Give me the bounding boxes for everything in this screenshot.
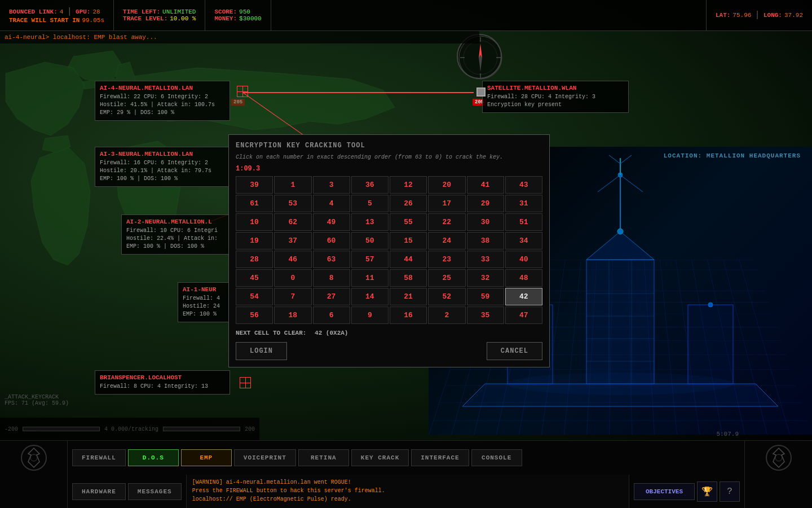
grid-cell[interactable]: 9 <box>351 306 389 324</box>
grid-cell[interactable]: 45 <box>236 269 273 287</box>
grid-cell[interactable]: 20 <box>428 176 465 194</box>
crosshair-ai4[interactable] <box>237 86 248 97</box>
grid-cell[interactable]: 58 <box>390 269 427 287</box>
grid-cell[interactable]: 37 <box>274 232 311 249</box>
status-area: -200 4 0.000/tracking 200 <box>0 418 259 440</box>
grid-cell[interactable]: 61 <box>236 195 273 212</box>
grid-cell[interactable]: 12 <box>390 176 427 194</box>
grid-cell[interactable]: 2 <box>428 306 465 324</box>
retina-button[interactable]: RETINA <box>298 449 349 466</box>
grid-cell[interactable]: 16 <box>390 306 427 324</box>
cancel-button[interactable]: CANCEL <box>487 342 542 360</box>
grid-cell[interactable]: 28 <box>236 251 273 268</box>
grid-cell[interactable]: 8 <box>313 269 350 287</box>
grid-cell[interactable]: 43 <box>505 176 542 194</box>
grid-cell[interactable]: 54 <box>236 288 273 305</box>
dos-button[interactable]: D.O.S <box>128 449 179 466</box>
grid-cell[interactable]: 59 <box>467 288 504 305</box>
grid-cell[interactable]: 35 <box>467 306 504 324</box>
grid-cell[interactable]: 26 <box>390 195 427 212</box>
svg-point-29 <box>508 373 733 395</box>
grid-cell[interactable]: 44 <box>390 251 427 268</box>
trace-start-value: 99.05s <box>82 17 104 24</box>
grid-cell[interactable]: 24 <box>428 232 465 249</box>
grid-cell[interactable]: 33 <box>467 251 504 268</box>
console-button[interactable]: CONSOLE <box>471 449 522 466</box>
grid-cell[interactable]: 1 <box>274 176 311 194</box>
logo-left <box>0 441 68 475</box>
interface-button[interactable]: INTERFACE <box>411 449 469 466</box>
grid-cell[interactable]: 56 <box>236 306 273 324</box>
grid-cell[interactable]: 39 <box>236 176 273 194</box>
trace-level-value: 10.00 % <box>170 15 196 22</box>
grid-cell[interactable]: 0 <box>274 269 311 287</box>
grid-cell[interactable]: 48 <box>505 269 542 287</box>
grid-cell[interactable]: 31 <box>505 195 542 212</box>
grid-cell[interactable]: 53 <box>274 195 311 212</box>
grid-cell[interactable]: 19 <box>236 232 273 249</box>
grid-cell[interactable]: 30 <box>467 213 504 231</box>
grid-cell[interactable]: 15 <box>390 232 427 249</box>
grid-cell[interactable]: 25 <box>428 269 465 287</box>
ai3-line2: Hostile: 20.1% | Attack in: 79.7s <box>100 167 225 175</box>
crosshair-localhost[interactable] <box>240 377 251 388</box>
key-crack-button[interactable]: KEY CRACK <box>351 449 409 466</box>
grid-cell[interactable]: 10 <box>236 213 273 231</box>
messages-button[interactable]: MESSAGES <box>128 483 182 500</box>
grid-cell[interactable]: 32 <box>467 269 504 287</box>
range-left: -200 <box>5 426 18 432</box>
grid-cell[interactable]: 6 <box>313 306 350 324</box>
tracking-bar-2 <box>163 427 240 431</box>
message-bar: ai-4-neural> localhost: EMP blast away..… <box>0 31 479 43</box>
grid-cell[interactable]: 14 <box>351 288 389 305</box>
grid-cell[interactable]: 18 <box>274 306 311 324</box>
grid-cell[interactable]: 62 <box>274 213 311 231</box>
grid-cell[interactable]: 27 <box>313 288 350 305</box>
grid-cell[interactable]: 23 <box>428 251 465 268</box>
grid-cell[interactable]: 60 <box>313 232 350 249</box>
score-value: 950 <box>239 8 250 15</box>
grid-cell[interactable]: 38 <box>467 232 504 249</box>
grid-cell[interactable]: 40 <box>505 251 542 268</box>
grid-cell[interactable]: 36 <box>351 176 389 194</box>
grid-cell[interactable]: 17 <box>428 195 465 212</box>
grid-cell[interactable]: 42 <box>505 288 542 305</box>
hardware-button[interactable]: HARDWARE <box>72 483 126 500</box>
login-button[interactable]: LOGIN <box>236 342 287 360</box>
voiceprint-button[interactable]: VOICEPRINT <box>234 449 296 466</box>
grid-cell[interactable]: 47 <box>505 306 542 324</box>
trophy-icon[interactable]: 🏆 <box>697 481 717 502</box>
grid-cell[interactable]: 57 <box>351 251 389 268</box>
grid-cell[interactable]: 5 <box>351 195 389 212</box>
grid-cell[interactable]: 52 <box>428 288 465 305</box>
dialog-buttons: LOGIN CANCEL <box>236 342 542 360</box>
money-label: Money: <box>214 15 237 22</box>
satellite-icon[interactable] <box>476 87 486 97</box>
grid-cell[interactable]: 55 <box>390 213 427 231</box>
grid-cell[interactable]: 51 <box>505 213 542 231</box>
long-value: 37.92 <box>784 12 803 19</box>
grid-cell[interactable]: 13 <box>351 213 389 231</box>
grid-cell[interactable]: 11 <box>351 269 389 287</box>
firewall-button[interactable]: FIREWALL <box>72 449 126 466</box>
grid-cell[interactable]: 41 <box>467 176 504 194</box>
svg-line-15 <box>620 175 643 192</box>
grid-cell[interactable]: 50 <box>351 232 389 249</box>
warning-line2: Press the FIREWALL button to hack this s… <box>192 487 623 495</box>
grid-cell[interactable]: 4 <box>313 195 350 212</box>
grid-cell[interactable]: 29 <box>467 195 504 212</box>
grid-cell[interactable]: 49 <box>313 213 350 231</box>
localhost-title: BRIANSPENCER.LOCALHOST <box>100 374 225 381</box>
grid-cell[interactable]: 46 <box>274 251 311 268</box>
grid-cell[interactable]: 21 <box>390 288 427 305</box>
help-icon[interactable]: ? <box>720 481 740 502</box>
grid-cell[interactable]: 63 <box>313 251 350 268</box>
score-label: Score: <box>214 8 237 15</box>
objectives-button[interactable]: OBJECTIVES <box>634 483 695 500</box>
grid-cell[interactable]: 34 <box>505 232 542 249</box>
emp-button[interactable]: EMP <box>181 449 232 466</box>
grid-cell[interactable]: 22 <box>428 213 465 231</box>
grid-cell[interactable]: 7 <box>274 288 311 305</box>
grid-cell[interactable]: 3 <box>313 176 350 194</box>
hacknet-logo-left <box>20 444 48 472</box>
